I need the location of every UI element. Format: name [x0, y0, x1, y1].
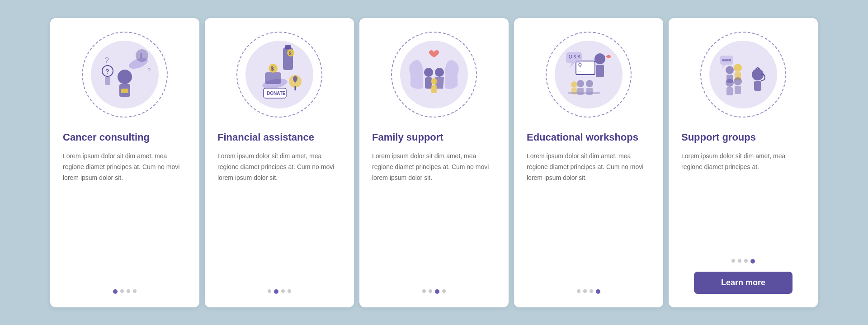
svg-point-4 [136, 49, 148, 62]
card-content-financial: Financial assistance Lorem ipsum dolor s… [205, 127, 354, 294]
card-illustration-cancer-consulting: i ? ? ? [50, 18, 199, 127]
svg-point-45 [734, 64, 742, 72]
support-groups-icon [707, 38, 779, 111]
card-illustration-educational: Q ... Q & A [514, 18, 663, 127]
card-text-financial: Lorem ipsum dolor sit dim amet, mea regi… [217, 151, 341, 280]
card-support-groups: Support groups Lorem ipsum dolor sit dim… [669, 18, 818, 307]
svg-point-22 [424, 68, 433, 77]
dot-2 [738, 259, 741, 263]
dot-1 [113, 289, 118, 294]
svg-rect-23 [425, 77, 432, 89]
dot-1 [577, 289, 580, 293]
svg-point-52 [722, 59, 725, 61]
svg-point-27 [594, 53, 605, 64]
svg-text:Q & A: Q & A [569, 54, 580, 59]
svg-text:?: ? [104, 56, 109, 65]
dot-4 [750, 259, 755, 264]
svg-rect-2 [121, 89, 128, 93]
dot-1 [422, 289, 426, 293]
svg-text:...: ... [578, 69, 581, 73]
card-illustration-family [359, 18, 509, 127]
svg-rect-12 [285, 45, 291, 49]
card-title-educational: Educational workshops [527, 131, 651, 144]
svg-rect-48 [726, 87, 733, 95]
card-text-cancer-consulting: Lorem ipsum dolor sit dim amet, mea regi… [63, 151, 187, 280]
svg-point-38 [571, 81, 577, 88]
dot-1 [268, 289, 271, 293]
card-content-educational: Educational workshops Lorem ipsum dolor … [514, 127, 663, 294]
card-text-educational: Lorem ipsum dolor sit dim amet, mea regi… [527, 151, 651, 280]
svg-text:DONATE: DONATE [267, 91, 286, 96]
dot-2 [274, 289, 278, 294]
svg-text:$: $ [271, 66, 274, 72]
dot-2 [429, 289, 432, 293]
svg-point-0 [118, 70, 132, 84]
svg-rect-8 [105, 77, 110, 85]
svg-rect-26 [431, 85, 437, 93]
svg-point-53 [725, 59, 728, 61]
financial-icon: $ $ DONATE [243, 38, 316, 111]
card-cancer-consulting: i ? ? ? Cancer consulting Lorem ipsum do… [50, 18, 199, 307]
card-title-family: Family support [372, 131, 496, 144]
dot-4 [133, 289, 137, 293]
dot-3 [590, 289, 593, 293]
cancer-consulting-icon: i ? ? ? [89, 38, 161, 111]
dots-financial [217, 289, 341, 294]
card-illustration-financial: $ $ DONATE [205, 18, 354, 127]
dots-family [372, 289, 496, 294]
card-family-support: Family support Lorem ipsum dolor sit dim… [359, 18, 509, 307]
card-educational-workshops: Q ... Q & A Educational workshops Lorem … [514, 18, 663, 307]
card-content-support: Support groups Lorem ipsum dolor sit dim… [669, 127, 818, 294]
dot-3 [435, 289, 439, 294]
svg-text:?: ? [147, 67, 151, 74]
dots-cancer-consulting [63, 289, 187, 294]
svg-rect-16 [265, 72, 281, 84]
svg-point-24 [435, 68, 444, 77]
card-illustration-support [669, 18, 818, 127]
svg-point-43 [726, 66, 734, 74]
dot-3 [744, 259, 748, 263]
svg-rect-28 [596, 65, 604, 77]
card-financial-assistance: $ $ DONATE Financial assistance Lorem ip… [205, 18, 354, 307]
card-title-cancer-consulting: Cancer consulting [63, 131, 187, 144]
dot-4 [596, 289, 600, 294]
dot-4 [288, 289, 291, 293]
learn-more-button[interactable]: Learn more [694, 272, 793, 294]
dots-educational [527, 289, 651, 294]
svg-rect-40 [568, 92, 600, 94]
dot-1 [731, 259, 735, 263]
svg-point-36 [586, 80, 593, 87]
dot-3 [281, 289, 285, 293]
dot-2 [583, 289, 587, 293]
svg-point-34 [577, 80, 584, 87]
card-title-support: Support groups [681, 131, 805, 144]
card-text-family: Lorem ipsum dolor sit dim amet, mea regi… [372, 151, 496, 280]
svg-text:?: ? [105, 68, 109, 75]
card-content-family: Family support Lorem ipsum dolor sit dim… [359, 127, 509, 294]
svg-point-54 [728, 59, 731, 61]
dots-support [681, 259, 805, 264]
svg-text:i: i [140, 52, 142, 59]
card-content-cancer-consulting: Cancer consulting Lorem ipsum dolor sit … [50, 127, 199, 294]
svg-rect-42 [754, 81, 761, 91]
educational-icon: Q ... Q & A [552, 38, 625, 111]
dot-2 [120, 289, 124, 293]
svg-point-25 [431, 78, 437, 85]
dot-3 [127, 289, 130, 293]
svg-point-47 [726, 79, 734, 87]
card-text-support: Lorem ipsum dolor sit dim amet, mea regi… [681, 151, 805, 250]
svg-rect-50 [735, 86, 741, 94]
dot-4 [442, 289, 446, 293]
svg-point-49 [734, 77, 742, 85]
svg-text:$: $ [289, 51, 292, 56]
family-icon [398, 38, 470, 111]
cards-container: i ? ? ? Cancer consulting Lorem ipsum do… [32, 5, 836, 321]
card-title-financial: Financial assistance [217, 131, 341, 144]
